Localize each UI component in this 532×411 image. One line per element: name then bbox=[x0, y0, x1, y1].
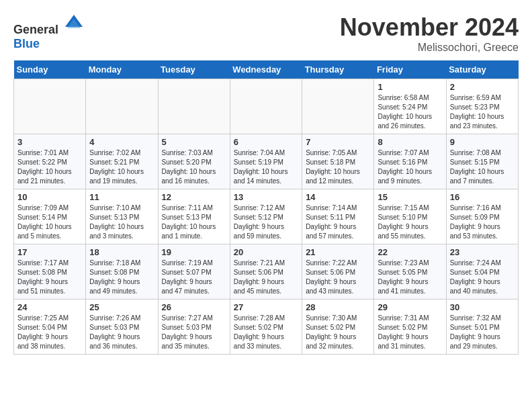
day-info: Sunrise: 7:23 AM Sunset: 5:05 PM Dayligh… bbox=[378, 259, 442, 296]
calendar-cell: 16Sunrise: 7:16 AM Sunset: 5:09 PM Dayli… bbox=[446, 189, 518, 244]
day-number: 13 bbox=[234, 192, 298, 202]
day-number: 8 bbox=[378, 137, 442, 147]
day-number: 22 bbox=[378, 247, 442, 257]
day-info: Sunrise: 7:12 AM Sunset: 5:12 PM Dayligh… bbox=[234, 203, 298, 241]
calendar-week-row: 3Sunrise: 7:01 AM Sunset: 5:22 PM Daylig… bbox=[14, 134, 519, 189]
day-number: 24 bbox=[17, 302, 82, 312]
day-info: Sunrise: 7:22 AM Sunset: 5:06 PM Dayligh… bbox=[306, 259, 370, 296]
col-header-tuesday: Tuesday bbox=[158, 60, 230, 79]
calendar-cell bbox=[230, 79, 302, 134]
day-info: Sunrise: 7:11 AM Sunset: 5:13 PM Dayligh… bbox=[162, 203, 226, 241]
day-info: Sunrise: 7:17 AM Sunset: 5:08 PM Dayligh… bbox=[17, 259, 82, 296]
day-number: 27 bbox=[234, 302, 298, 312]
day-info: Sunrise: 7:03 AM Sunset: 5:20 PM Dayligh… bbox=[162, 148, 226, 186]
calendar-cell: 25Sunrise: 7:26 AM Sunset: 5:03 PM Dayli… bbox=[86, 300, 158, 355]
calendar-cell: 10Sunrise: 7:09 AM Sunset: 5:14 PM Dayli… bbox=[14, 189, 86, 244]
calendar-cell bbox=[14, 79, 86, 134]
calendar-cell: 19Sunrise: 7:19 AM Sunset: 5:07 PM Dayli… bbox=[158, 244, 230, 300]
day-info: Sunrise: 7:24 AM Sunset: 5:04 PM Dayligh… bbox=[450, 259, 515, 296]
calendar-week-row: 10Sunrise: 7:09 AM Sunset: 5:14 PM Dayli… bbox=[14, 189, 519, 244]
calendar-cell: 8Sunrise: 7:07 AM Sunset: 5:16 PM Daylig… bbox=[374, 134, 446, 189]
calendar-cell: 12Sunrise: 7:11 AM Sunset: 5:13 PM Dayli… bbox=[158, 189, 230, 244]
calendar-cell bbox=[86, 79, 158, 134]
day-number: 2 bbox=[450, 82, 515, 92]
day-number: 23 bbox=[450, 247, 515, 257]
calendar-cell: 27Sunrise: 7:28 AM Sunset: 5:02 PM Dayli… bbox=[230, 300, 302, 355]
calendar-week-row: 17Sunrise: 7:17 AM Sunset: 5:08 PM Dayli… bbox=[14, 244, 519, 300]
day-number: 4 bbox=[89, 137, 154, 147]
day-info: Sunrise: 7:30 AM Sunset: 5:02 PM Dayligh… bbox=[306, 314, 370, 351]
day-number: 19 bbox=[162, 247, 226, 257]
day-number: 28 bbox=[306, 302, 370, 312]
day-number: 21 bbox=[306, 247, 370, 257]
calendar-table: SundayMondayTuesdayWednesdayThursdayFrid… bbox=[13, 60, 519, 355]
day-number: 30 bbox=[450, 302, 515, 312]
col-header-friday: Friday bbox=[374, 60, 446, 79]
calendar-cell: 9Sunrise: 7:08 AM Sunset: 5:15 PM Daylig… bbox=[446, 134, 518, 189]
day-info: Sunrise: 7:27 AM Sunset: 5:03 PM Dayligh… bbox=[162, 314, 226, 351]
day-number: 15 bbox=[378, 192, 442, 202]
calendar-cell: 1Sunrise: 6:58 AM Sunset: 5:24 PM Daylig… bbox=[374, 79, 446, 134]
day-info: Sunrise: 7:26 AM Sunset: 5:03 PM Dayligh… bbox=[89, 314, 154, 351]
location: Melissochori, Greece bbox=[340, 42, 519, 54]
day-info: Sunrise: 6:59 AM Sunset: 5:23 PM Dayligh… bbox=[450, 93, 515, 131]
day-info: Sunrise: 7:18 AM Sunset: 5:08 PM Dayligh… bbox=[89, 259, 154, 296]
day-info: Sunrise: 7:05 AM Sunset: 5:18 PM Dayligh… bbox=[306, 148, 370, 186]
logo-blue: Blue bbox=[13, 37, 40, 50]
calendar-cell bbox=[302, 79, 374, 134]
logo-icon bbox=[64, 13, 84, 34]
calendar-week-row: 24Sunrise: 7:25 AM Sunset: 5:04 PM Dayli… bbox=[14, 300, 519, 355]
day-info: Sunrise: 7:08 AM Sunset: 5:15 PM Dayligh… bbox=[450, 148, 515, 186]
calendar-cell: 22Sunrise: 7:23 AM Sunset: 5:05 PM Dayli… bbox=[374, 244, 446, 300]
calendar-cell: 21Sunrise: 7:22 AM Sunset: 5:06 PM Dayli… bbox=[302, 244, 374, 300]
col-header-wednesday: Wednesday bbox=[230, 60, 302, 79]
calendar-cell: 26Sunrise: 7:27 AM Sunset: 5:03 PM Dayli… bbox=[158, 300, 230, 355]
calendar-cell: 18Sunrise: 7:18 AM Sunset: 5:08 PM Dayli… bbox=[86, 244, 158, 300]
day-number: 7 bbox=[306, 137, 370, 147]
calendar-cell: 23Sunrise: 7:24 AM Sunset: 5:04 PM Dayli… bbox=[446, 244, 518, 300]
day-number: 12 bbox=[162, 192, 226, 202]
month-title: November 2024 bbox=[340, 13, 519, 42]
page-header: General Blue November 2024 Melissochori,… bbox=[13, 13, 519, 54]
calendar-cell: 13Sunrise: 7:12 AM Sunset: 5:12 PM Dayli… bbox=[230, 189, 302, 244]
day-info: Sunrise: 7:09 AM Sunset: 5:14 PM Dayligh… bbox=[17, 203, 82, 241]
day-number: 11 bbox=[89, 192, 154, 202]
logo-general: General bbox=[13, 23, 58, 36]
day-number: 17 bbox=[17, 247, 82, 257]
day-number: 18 bbox=[89, 247, 154, 257]
day-info: Sunrise: 7:02 AM Sunset: 5:21 PM Dayligh… bbox=[89, 148, 154, 186]
col-header-sunday: Sunday bbox=[14, 60, 86, 79]
calendar-cell: 3Sunrise: 7:01 AM Sunset: 5:22 PM Daylig… bbox=[14, 134, 86, 189]
day-info: Sunrise: 7:16 AM Sunset: 5:09 PM Dayligh… bbox=[450, 203, 515, 241]
calendar-cell: 5Sunrise: 7:03 AM Sunset: 5:20 PM Daylig… bbox=[158, 134, 230, 189]
calendar-cell: 7Sunrise: 7:05 AM Sunset: 5:18 PM Daylig… bbox=[302, 134, 374, 189]
calendar-week-row: 1Sunrise: 6:58 AM Sunset: 5:24 PM Daylig… bbox=[14, 79, 519, 134]
day-number: 6 bbox=[234, 137, 298, 147]
day-info: Sunrise: 7:19 AM Sunset: 5:07 PM Dayligh… bbox=[162, 259, 226, 296]
day-info: Sunrise: 7:25 AM Sunset: 5:04 PM Dayligh… bbox=[17, 314, 82, 351]
calendar-cell: 17Sunrise: 7:17 AM Sunset: 5:08 PM Dayli… bbox=[14, 244, 86, 300]
calendar-cell: 6Sunrise: 7:04 AM Sunset: 5:19 PM Daylig… bbox=[230, 134, 302, 189]
day-info: Sunrise: 7:04 AM Sunset: 5:19 PM Dayligh… bbox=[234, 148, 298, 186]
day-number: 25 bbox=[89, 302, 154, 312]
day-info: Sunrise: 7:28 AM Sunset: 5:02 PM Dayligh… bbox=[234, 314, 298, 351]
logo: General Blue bbox=[13, 13, 84, 51]
day-number: 3 bbox=[17, 137, 82, 147]
day-info: Sunrise: 7:07 AM Sunset: 5:16 PM Dayligh… bbox=[378, 148, 442, 186]
day-number: 20 bbox=[234, 247, 298, 257]
calendar-cell: 4Sunrise: 7:02 AM Sunset: 5:21 PM Daylig… bbox=[86, 134, 158, 189]
calendar-cell: 29Sunrise: 7:31 AM Sunset: 5:02 PM Dayli… bbox=[374, 300, 446, 355]
day-info: Sunrise: 7:01 AM Sunset: 5:22 PM Dayligh… bbox=[17, 148, 82, 186]
calendar-cell: 28Sunrise: 7:30 AM Sunset: 5:02 PM Dayli… bbox=[302, 300, 374, 355]
day-number: 5 bbox=[162, 137, 226, 147]
calendar-cell: 20Sunrise: 7:21 AM Sunset: 5:06 PM Dayli… bbox=[230, 244, 302, 300]
day-number: 26 bbox=[162, 302, 226, 312]
calendar-cell: 11Sunrise: 7:10 AM Sunset: 5:13 PM Dayli… bbox=[86, 189, 158, 244]
day-number: 1 bbox=[378, 82, 442, 92]
day-info: Sunrise: 7:32 AM Sunset: 5:01 PM Dayligh… bbox=[450, 314, 515, 351]
calendar-cell bbox=[158, 79, 230, 134]
day-number: 14 bbox=[306, 192, 370, 202]
day-number: 29 bbox=[378, 302, 442, 312]
calendar-cell: 15Sunrise: 7:15 AM Sunset: 5:10 PM Dayli… bbox=[374, 189, 446, 244]
calendar-header-row: SundayMondayTuesdayWednesdayThursdayFrid… bbox=[14, 60, 519, 79]
